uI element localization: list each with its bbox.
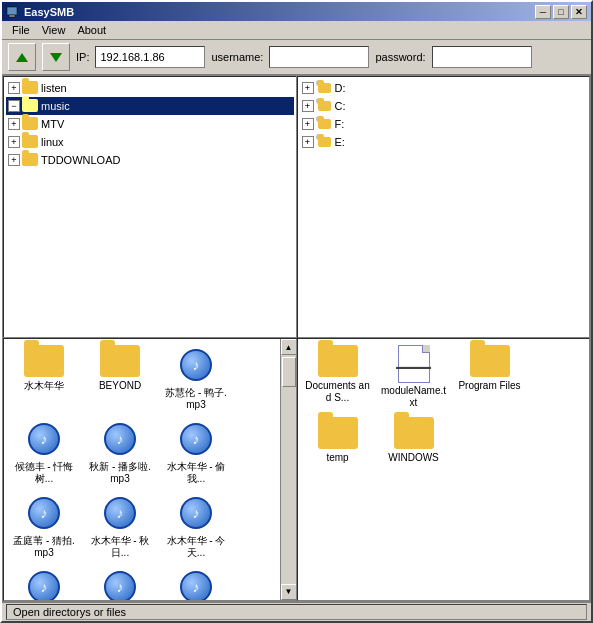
local-file-temp[interactable]: temp bbox=[302, 415, 374, 466]
shares-tree: +listen−music+MTV+linux+TDDOWNLOAD bbox=[4, 77, 296, 338]
minimize-button[interactable]: ─ bbox=[535, 5, 551, 19]
remote-file----------mp3[interactable]: ♪苏慧伦 - 鸭子.mp3 bbox=[160, 343, 232, 413]
arrow-down-icon bbox=[50, 53, 62, 62]
folder-icon-music bbox=[22, 98, 38, 114]
mp3-file-icon: ♪ bbox=[26, 493, 62, 533]
menu-file[interactable]: File bbox=[6, 22, 36, 38]
tree-item-linux[interactable]: +linux bbox=[6, 133, 294, 151]
file-label: moduleName.txt bbox=[380, 385, 448, 409]
local-file-Program-Files[interactable]: Program Files bbox=[454, 343, 526, 411]
tree-item-MTV[interactable]: +MTV bbox=[6, 115, 294, 133]
tree-item-drive-F[interactable]: +F: bbox=[300, 115, 588, 133]
file-label: 苏慧伦 - 鸭子.mp3 bbox=[162, 387, 230, 411]
mp3-file-icon: ♪ bbox=[102, 567, 138, 600]
drive-icon-D bbox=[316, 80, 332, 96]
file-label: 水木年华 - 今天... bbox=[162, 535, 230, 559]
remote-file---------05---[interactable]: ♪仙剑奇侠传 - 05... bbox=[160, 565, 232, 600]
folder-large-icon bbox=[394, 417, 434, 449]
remote-file-----[interactable]: 水木年华 bbox=[8, 343, 80, 413]
mp3-file-icon: ♪ bbox=[102, 419, 138, 459]
remote-files-grid: 水木年华BEYOND♪苏慧伦 - 鸭子.mp3♪候德丰 - 忏悔树...♪秋新 … bbox=[4, 339, 296, 600]
close-button[interactable]: ✕ bbox=[571, 5, 587, 19]
tree-item-listen[interactable]: +listen bbox=[6, 79, 294, 97]
ip-label: IP: bbox=[76, 51, 89, 63]
menu-view[interactable]: View bbox=[36, 22, 72, 38]
remote-file----------mp3[interactable]: ♪秋新 - 播多啦.mp3 bbox=[84, 417, 156, 487]
expand-btn-music[interactable]: − bbox=[8, 100, 20, 112]
file-label: 水木年华 bbox=[24, 380, 64, 392]
title-bar-buttons: ─ □ ✕ bbox=[535, 5, 587, 19]
expand-btn-drive-F[interactable]: + bbox=[302, 118, 314, 130]
expand-btn-drive-D[interactable]: + bbox=[302, 82, 314, 94]
remote-file-------------[interactable]: ♪水木年华 - 秋日... bbox=[84, 491, 156, 561]
expand-btn-drive-E[interactable]: + bbox=[302, 136, 314, 148]
drive-icon-E bbox=[316, 134, 332, 150]
tree-label-TDDOWNLOAD: TDDOWNLOAD bbox=[41, 154, 120, 166]
navigate-down-button[interactable] bbox=[42, 43, 70, 71]
folder-icon-linux bbox=[22, 134, 38, 150]
file-label: Program Files bbox=[458, 380, 520, 392]
remote-file-Twins----------[interactable]: ♪Twins - 你喜爱见... bbox=[84, 565, 156, 600]
local-file-Documents-and-S---[interactable]: Documents and S... bbox=[302, 343, 374, 411]
maximize-button[interactable]: □ bbox=[553, 5, 569, 19]
remote-file-------------[interactable]: ♪水木年华 - 偷我... bbox=[160, 417, 232, 487]
arrow-up-icon bbox=[16, 53, 28, 62]
tree-item-drive-C[interactable]: +C: bbox=[300, 97, 588, 115]
remote-file-------------[interactable]: ♪候德丰 - 忏悔树... bbox=[8, 417, 80, 487]
expand-btn-linux[interactable]: + bbox=[8, 136, 20, 148]
local-file-WINDOWS[interactable]: WINDOWS bbox=[378, 415, 450, 466]
file-label: 水木年华 - 秋日... bbox=[86, 535, 154, 559]
scroll-up-button[interactable]: ▲ bbox=[281, 339, 297, 355]
scroll-thumb[interactable] bbox=[282, 357, 296, 387]
tree-item-music[interactable]: −music bbox=[6, 97, 294, 115]
main-window: EasySMB ─ □ ✕ File View About IP: userna… bbox=[0, 0, 593, 623]
folder-icon-TDDOWNLOAD bbox=[22, 152, 38, 168]
expand-btn-drive-C[interactable]: + bbox=[302, 100, 314, 112]
folder-large-icon bbox=[318, 345, 358, 377]
shares-panel: +listen−music+MTV+linux+TDDOWNLOAD bbox=[3, 76, 297, 339]
tree-label-drive-C: C: bbox=[335, 100, 346, 112]
mp3-file-icon: ♪ bbox=[26, 419, 62, 459]
tree-item-drive-E[interactable]: +E: bbox=[300, 133, 588, 151]
file-label: 孟庭苇 - 猜拍.mp3 bbox=[10, 535, 78, 559]
file-label: WINDOWS bbox=[388, 452, 439, 464]
local-files-panel: Documents and S...▬▬▬▬▬moduleName.txtPro… bbox=[297, 338, 591, 601]
remote-file-------------[interactable]: ♪水木年华 - 耶路... bbox=[8, 565, 80, 600]
app-icon bbox=[6, 5, 20, 19]
mp3-file-icon: ♪ bbox=[178, 493, 214, 533]
tree-label-drive-F: F: bbox=[335, 118, 345, 130]
folder-large-icon bbox=[318, 417, 358, 449]
tree-item-TDDOWNLOAD[interactable]: +TDDOWNLOAD bbox=[6, 151, 294, 169]
local-file-moduleName-txt[interactable]: ▬▬▬▬▬moduleName.txt bbox=[378, 343, 450, 411]
remote-file-BEYOND[interactable]: BEYOND bbox=[84, 343, 156, 413]
file-label: BEYOND bbox=[99, 380, 141, 392]
remote-file----------mp3[interactable]: ♪孟庭苇 - 猜拍.mp3 bbox=[8, 491, 80, 561]
password-input[interactable] bbox=[432, 46, 532, 68]
title-bar-left: EasySMB bbox=[6, 5, 74, 19]
drive-icon-C bbox=[316, 98, 332, 114]
username-label: username: bbox=[211, 51, 263, 63]
svg-rect-1 bbox=[9, 15, 15, 17]
folder-icon-listen bbox=[22, 80, 38, 96]
txt-file-icon: ▬▬▬▬▬ bbox=[398, 345, 430, 383]
menu-about[interactable]: About bbox=[71, 22, 112, 38]
username-input[interactable] bbox=[269, 46, 369, 68]
remote-scrollbar: ▲ ▼ bbox=[280, 339, 296, 600]
tree-label-drive-D: D: bbox=[335, 82, 346, 94]
title-bar: EasySMB ─ □ ✕ bbox=[2, 2, 591, 21]
expand-btn-MTV[interactable]: + bbox=[8, 118, 20, 130]
expand-btn-listen[interactable]: + bbox=[8, 82, 20, 94]
file-label: 水木年华 - 偷我... bbox=[162, 461, 230, 485]
file-label: Documents and S... bbox=[304, 380, 372, 404]
remote-files-panel: 水木年华BEYOND♪苏慧伦 - 鸭子.mp3♪候德丰 - 忏悔树...♪秋新 … bbox=[3, 338, 297, 601]
tree-label-drive-E: E: bbox=[335, 136, 345, 148]
expand-btn-TDDOWNLOAD[interactable]: + bbox=[8, 154, 20, 166]
tree-item-drive-D[interactable]: +D: bbox=[300, 79, 588, 97]
scroll-down-button[interactable]: ▼ bbox=[281, 584, 297, 600]
ip-input[interactable] bbox=[95, 46, 205, 68]
navigate-up-button[interactable] bbox=[8, 43, 36, 71]
file-label: temp bbox=[326, 452, 348, 464]
remote-file-------------[interactable]: ♪水木年华 - 今天... bbox=[160, 491, 232, 561]
folder-icon-MTV bbox=[22, 116, 38, 132]
password-label: password: bbox=[375, 51, 425, 63]
